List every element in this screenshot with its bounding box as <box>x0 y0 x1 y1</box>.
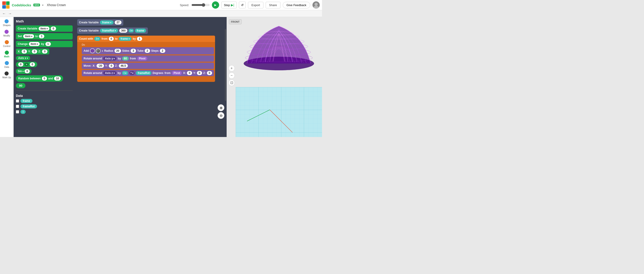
create-variable-block[interactable]: Create Variable item 0 <box>16 25 73 32</box>
canvas-zoom-out[interactable]: ⊖ <box>218 112 224 119</box>
scrollbar[interactable] <box>225 29 226 101</box>
brand-dropdown[interactable]: ▾ <box>42 4 43 6</box>
export-button[interactable]: Export <box>248 2 264 8</box>
i-badge[interactable]: i <box>20 110 26 114</box>
cv-frame-val[interactable]: 27 <box>115 20 121 24</box>
code-canvas[interactable]: Create Variable frame 27 Create Variable… <box>75 17 227 137</box>
move-z-val[interactable]: 46.5 <box>119 64 128 68</box>
sidebar-item-markup[interactable]: Mark Up <box>2 71 11 79</box>
i-checkbox[interactable] <box>16 110 19 113</box>
play-button[interactable]: ▶ <box>212 1 219 9</box>
rotate-pivot[interactable]: Pivot <box>137 56 148 60</box>
rotate2-framerot[interactable]: frameRot <box>136 71 152 75</box>
sidebar-item-shapes[interactable]: Shapes <box>3 19 11 26</box>
xyz-y-val[interactable]: 0 <box>32 49 37 53</box>
steps-val[interactable]: 2 <box>160 49 165 53</box>
give-feedback-button[interactable]: Give Feedback <box>283 2 310 8</box>
canvas-count[interactable]: Count with i from 0 to frame by 1 Do Add <box>77 36 215 82</box>
cv-frame-name[interactable]: frame <box>100 20 114 24</box>
xyz-block[interactable]: X: 0 Y: 0 Z: 0 <box>16 48 49 54</box>
move-x-val[interactable]: -20 <box>96 64 104 68</box>
sin-label[interactable]: Sin <box>18 70 24 73</box>
canvas-zoom-in[interactable]: ⊕ <box>218 104 224 111</box>
sin-val[interactable]: 0 <box>24 69 30 73</box>
rotate2-y-val[interactable]: 0 <box>197 71 202 75</box>
reset-button[interactable]: ↺ <box>239 1 246 8</box>
framerot-badge[interactable]: frameRot <box>20 104 37 108</box>
count-by-val[interactable]: 1 <box>137 37 142 41</box>
random-max[interactable]: 10 <box>54 76 61 80</box>
rotate2-pivot[interactable]: Pivot <box>172 71 182 75</box>
canvas-cv-frame[interactable]: Create Variable frame 27 <box>77 19 123 26</box>
rotate2-axis-z[interactable]: Axis z <box>103 71 116 75</box>
move-y-val[interactable]: 0 <box>109 64 114 68</box>
change-block[interactable]: Change item by 1 <box>16 41 73 47</box>
canvas-move[interactable]: Move: X: -20 Y: 0 Z: 46.5 <box>82 63 214 69</box>
data-item-framerot: frameRot <box>16 104 73 108</box>
sidebar-item-modify[interactable]: Modify <box>4 30 10 37</box>
create-variable-value[interactable]: 0 <box>51 26 56 31</box>
move-x-label: X: <box>93 64 95 67</box>
cv-framerot-name[interactable]: frameRot <box>100 28 118 33</box>
step-button[interactable]: Step ▶| <box>222 1 236 8</box>
view3d-zoom-out[interactable]: − <box>228 72 235 79</box>
cv-div-op[interactable]: / <box>128 29 134 32</box>
value-90[interactable]: 90 <box>16 83 26 88</box>
count-from-val[interactable]: 0 <box>109 37 114 41</box>
op-plus[interactable]: + <box>24 63 28 66</box>
count-to-var[interactable]: frame <box>119 37 132 41</box>
rotate-axis-y[interactable]: Axis y <box>103 56 116 60</box>
rotate2-x-val[interactable]: 0 <box>187 71 192 75</box>
op-right[interactable]: 0 <box>30 62 35 66</box>
axis-label[interactable]: Axis x <box>18 56 28 60</box>
view3d-zoom-in[interactable]: + <box>228 65 235 71</box>
tube-val[interactable]: 2 <box>145 49 150 53</box>
random-min[interactable]: 0 <box>42 76 47 80</box>
rotate2-x-label: X: <box>183 71 186 75</box>
set-block[interactable]: Set item to 1 <box>16 33 73 39</box>
rotate2-mult[interactable]: * <box>129 71 135 75</box>
random-block[interactable]: Random between 0 and 10 <box>16 75 63 82</box>
speed-slider[interactable] <box>192 3 210 7</box>
change-name[interactable]: item <box>29 42 40 46</box>
sidebar-item-control[interactable]: Control <box>3 40 10 47</box>
xyz-z-val[interactable]: 0 <box>42 49 48 53</box>
radius-val[interactable]: 20 <box>114 49 121 53</box>
framerot-checkbox[interactable] <box>16 105 19 108</box>
operator-block[interactable]: 0 + 0 <box>16 62 37 67</box>
create-variable-label: Create Variable <box>18 27 38 30</box>
rotate2-i-var[interactable]: i <box>122 71 128 75</box>
frame-checkbox[interactable] <box>16 99 19 102</box>
rotate2-z-val[interactable]: 0 <box>207 71 212 75</box>
canvas-add[interactable]: Add ‹ Radius 20 Sides 3 Tube 2 Steps 2 <box>82 47 214 54</box>
modify-dot <box>4 30 9 34</box>
back-button[interactable]: ← <box>2 11 6 16</box>
sidebar-item-math[interactable]: Math <box>4 51 9 58</box>
cv-360[interactable]: 360 <box>119 28 128 33</box>
canvas-rotate-y[interactable]: Rotate around Axis y by 60 from Pivot <box>82 55 214 62</box>
grid-svg <box>236 87 322 137</box>
rotate-degrees[interactable]: 60 <box>122 56 129 60</box>
svg-rect-3 <box>236 87 322 137</box>
control-label: Control <box>3 45 10 47</box>
op-left[interactable]: 0 <box>18 62 24 66</box>
cv-frame-var[interactable]: frame <box>135 28 146 33</box>
forward-button[interactable]: → <box>8 11 12 16</box>
change-value[interactable]: 1 <box>46 42 51 46</box>
count-i-var[interactable]: i <box>94 37 100 41</box>
data-item-i: i <box>16 110 73 114</box>
axis-block[interactable]: Axis x <box>16 56 30 60</box>
share-button[interactable]: Share <box>266 2 280 8</box>
random-label: Random between <box>18 77 41 80</box>
sin-block[interactable]: Sin 0 <box>16 68 32 74</box>
view3d-zoom-fit[interactable]: ⊡ <box>228 80 235 86</box>
canvas-rotate-z[interactable]: Rotate around Axis z by i * frameRot Deg… <box>82 70 214 76</box>
canvas-cv-framerot[interactable]: Create Variable frameRot 360 / frame <box>77 27 148 34</box>
set-value[interactable]: 1 <box>39 34 44 38</box>
frame-badge[interactable]: frame <box>20 99 32 103</box>
sides-val[interactable]: 3 <box>130 49 136 53</box>
sidebar-item-data[interactable]: Data <box>4 61 9 68</box>
xyz-x-val[interactable]: 0 <box>22 49 27 53</box>
set-name[interactable]: item <box>23 34 34 38</box>
create-variable-name[interactable]: item <box>38 26 50 31</box>
